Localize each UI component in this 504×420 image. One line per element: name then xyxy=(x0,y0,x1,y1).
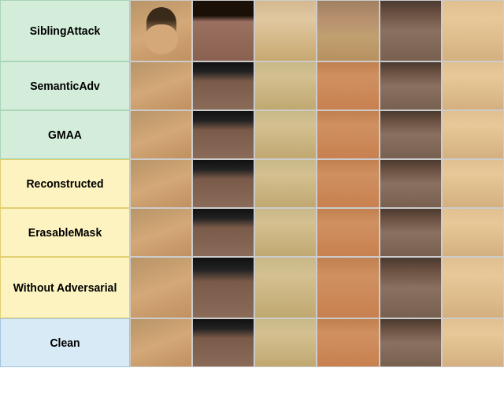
img-sibling-p1 xyxy=(130,0,192,61)
label-erasable-mask: ErasableMask xyxy=(0,208,130,257)
img-noadv-p3 xyxy=(254,257,317,318)
img-gmaa-p3 xyxy=(254,110,317,159)
img-gmaa-p2 xyxy=(192,110,254,159)
img-erase-p5 xyxy=(380,208,442,257)
img-noadv-p4 xyxy=(317,257,379,318)
img-sibling-p6 xyxy=(442,0,504,61)
label-semantic-adv: SemanticAdv xyxy=(0,61,130,110)
img-noadv-p5 xyxy=(380,257,442,318)
label-sibling-attack: SiblingAttack xyxy=(0,0,130,61)
img-semantic-p4 xyxy=(317,61,379,110)
img-gmaa-p4 xyxy=(317,110,379,159)
img-recon-p3 xyxy=(254,159,317,208)
img-gmaa-p5 xyxy=(380,110,442,159)
img-recon-p2 xyxy=(192,159,254,208)
img-recon-p1 xyxy=(130,159,192,208)
img-sibling-p4 xyxy=(317,0,379,61)
img-gmaa-p1 xyxy=(130,110,192,159)
img-recon-p5 xyxy=(380,159,442,208)
img-clean-p5 xyxy=(380,318,442,367)
img-semantic-p6 xyxy=(442,61,504,110)
img-noadv-p1 xyxy=(130,257,192,318)
img-sibling-p2 xyxy=(192,0,254,61)
img-recon-p4 xyxy=(317,159,379,208)
img-clean-p3 xyxy=(254,318,317,367)
img-noadv-p6 xyxy=(442,257,504,318)
label-gmaa: GMAA xyxy=(0,110,130,159)
label-reconstructed: Reconstructed xyxy=(0,159,130,208)
img-clean-p6 xyxy=(442,318,504,367)
img-sibling-p5 xyxy=(380,0,442,61)
img-erase-p2 xyxy=(192,208,254,257)
img-clean-p2 xyxy=(192,318,254,367)
img-semantic-p2 xyxy=(192,61,254,110)
img-semantic-p1 xyxy=(130,61,192,110)
img-recon-p6 xyxy=(442,159,504,208)
img-erase-p3 xyxy=(254,208,317,257)
img-semantic-p3 xyxy=(254,61,317,110)
img-gmaa-p6 xyxy=(442,110,504,159)
img-clean-p1 xyxy=(130,318,192,367)
img-semantic-p5 xyxy=(380,61,442,110)
img-noadv-p2 xyxy=(192,257,254,318)
label-clean: Clean xyxy=(0,318,130,367)
img-sibling-p3 xyxy=(254,0,317,61)
comparison-grid: SiblingAttack SemanticAdv xyxy=(0,0,504,367)
img-clean-p4 xyxy=(317,318,379,367)
img-erase-p4 xyxy=(317,208,379,257)
img-erase-p6 xyxy=(442,208,504,257)
img-erase-p1 xyxy=(130,208,192,257)
label-without-adversarial: Without Adversarial xyxy=(0,257,130,318)
